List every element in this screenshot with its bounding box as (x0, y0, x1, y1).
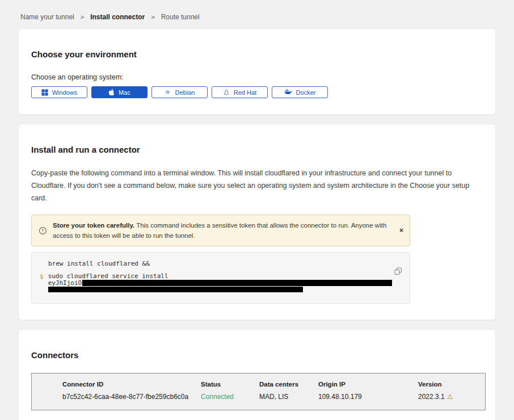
close-icon[interactable]: × (399, 226, 403, 234)
version-cell: 2022.3.1 ⚠ (418, 393, 485, 401)
column-header-origin-ip: Origin IP (318, 381, 418, 388)
os-button-label: Debian (175, 89, 195, 96)
token-warning-text: Store your token carefully. This command… (53, 220, 390, 241)
breadcrumb: Name your tunnel > Install connector > R… (18, 0, 496, 28)
install-description: Copy-paste the following command into a … (31, 167, 483, 205)
os-label: Choose an operating system: (31, 73, 483, 81)
alert-circle-icon (39, 226, 47, 235)
breadcrumb-separator: > (81, 14, 84, 20)
copy-icon[interactable] (394, 267, 402, 275)
connectors-card: Connectors Connector ID Status Data cent… (18, 329, 496, 420)
shell-prompt: $ (40, 273, 44, 294)
os-button-label: Docker (296, 89, 316, 96)
redaction-bar (48, 287, 303, 292)
install-card-title: Install and run a connector (31, 145, 483, 154)
command-text: sudo cloudflared service install eyJhIjo… (48, 273, 393, 294)
breadcrumb-step-name-your-tunnel[interactable]: Name your tunnel (20, 13, 74, 21)
code-line-brew: brew install cloudflared && (48, 260, 402, 267)
column-header-connector-id: Connector ID (62, 381, 201, 388)
os-button-mac[interactable]: Mac (91, 86, 148, 98)
token-prefix: eyJhIjoiO (48, 279, 82, 287)
status-badge: Connected (201, 393, 259, 401)
token-warning-bold: Store your token carefully. (53, 222, 134, 229)
token-warning-banner: Store your token carefully. This command… (31, 215, 410, 247)
version-value: 2022.3.1 (418, 393, 445, 401)
redaction-bar (82, 280, 392, 286)
environment-card: Choose your environment Choose an operat… (18, 28, 496, 115)
debian-icon (165, 89, 171, 96)
breadcrumb-step-route-tunnel[interactable]: Route tunnel (161, 13, 200, 21)
warning-triangle-icon: ⚠ (447, 393, 453, 400)
redhat-icon (223, 89, 230, 96)
column-header-status: Status (201, 381, 259, 388)
connectors-card-title: Connectors (31, 350, 483, 360)
connectors-table: Connector ID Status Data centers Origin … (31, 373, 486, 410)
install-card: Install and run a connector Copy-paste t… (18, 124, 496, 320)
breadcrumb-separator: > (151, 14, 154, 20)
os-button-label: Red Hat (234, 89, 256, 96)
docker-icon (284, 89, 292, 95)
tunnel-setup-page: Name your tunnel > Install connector > R… (0, 0, 514, 420)
os-button-row: Windows Mac Debian Red Hat (31, 86, 483, 98)
install-command-code-block: brew install cloudflared && $ sudo cloud… (31, 252, 410, 304)
code-prompt-line: $ sudo cloudflared service install eyJhI… (40, 273, 402, 294)
origin-ip-value: 109.48.10.179 (318, 393, 418, 401)
os-button-label: Windows (52, 89, 78, 96)
os-button-docker[interactable]: Docker (272, 86, 328, 98)
environment-card-title: Choose your environment (31, 49, 483, 59)
token-line: eyJhIjoiO (48, 280, 393, 287)
breadcrumb-step-install-connector[interactable]: Install connector (90, 13, 145, 21)
os-button-redhat[interactable]: Red Hat (212, 86, 268, 98)
apple-icon (108, 89, 115, 96)
data-centers-value: MAD, LIS (259, 393, 318, 401)
column-header-version: Version (418, 381, 485, 388)
code-line-install: sudo cloudflared service install (48, 273, 393, 280)
windows-icon (41, 89, 48, 96)
connector-id-value: b7c52c42-6caa-48ee-8c77-fbe259cb6c0a (62, 393, 201, 401)
os-button-debian[interactable]: Debian (151, 86, 208, 98)
os-button-label: Mac (119, 89, 130, 96)
column-header-data-centers: Data centers (259, 381, 318, 388)
os-button-windows[interactable]: Windows (31, 86, 87, 98)
